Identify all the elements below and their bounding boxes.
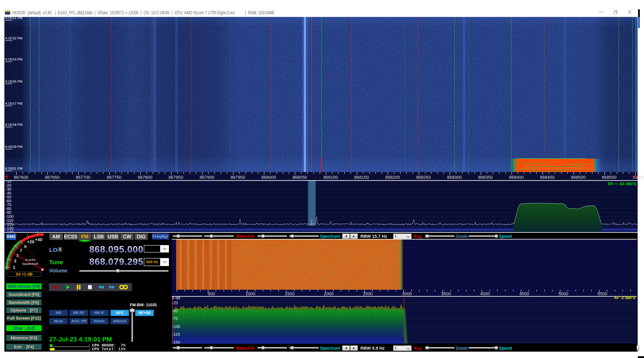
svg-text:AF -2 dBFS: AF -2 dBFS — [614, 296, 636, 300]
svg-text:-75: -75 — [172, 316, 178, 321]
svg-text:-100: -100 — [172, 324, 180, 329]
svg-text:-125: -125 — [172, 332, 180, 337]
svg-text:-50: -50 — [172, 309, 178, 313]
svg-text:-25: -25 — [172, 301, 178, 305]
svg-text:-150: -150 — [172, 340, 180, 345]
svg-text:0 dB: 0 dB — [172, 296, 180, 300]
